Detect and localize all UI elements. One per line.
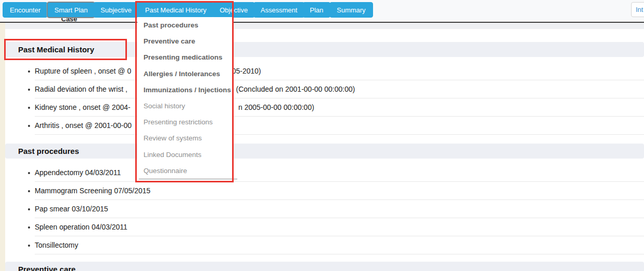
section-list: Rupture of spleen , onset @ 0-05-2010)Ra… <box>5 62 644 135</box>
dropdown-item-preventive-care[interactable]: Preventive care <box>137 33 233 49</box>
section-header-bar: Preventive care <box>5 262 644 271</box>
list-item-text: Radial deviation of the wrist , <box>35 85 127 93</box>
dropdown-item-linked-documents[interactable]: Linked Documents <box>137 147 233 163</box>
left-margin-strip <box>0 23 5 271</box>
section-header-bar: Past procedures <box>5 144 644 159</box>
dropdown-item-review-of-systems[interactable]: Review of systems <box>137 130 233 146</box>
toolbar-button-subjective[interactable]: Subjective <box>93 2 139 18</box>
list-item-text-after-occlusion: ) (Concluded on 2001-00-00 00:00:00) <box>232 80 355 98</box>
list-item: Mammogram Screening 07/05/2015 <box>35 182 644 200</box>
header-band <box>0 23 644 29</box>
section-title: Past procedures <box>18 147 79 155</box>
dropdown-menu-list: Past proceduresPreventive carePresenting… <box>137 17 233 179</box>
section-past-medical-history: Past Medical History Rupture of spleen ,… <box>5 42 644 135</box>
section-header-bar: Past Medical History <box>5 42 644 57</box>
dropdown-item-allergies-intolerances[interactable]: Allergies / Intolerances <box>137 66 233 82</box>
list-item-text-after-occlusion: -05-2010) <box>230 62 261 80</box>
encounter-screen: EncounterSmart PlanSubjectivePast Medica… <box>0 0 644 271</box>
list-item-text: Kidney stone , onset @ 2004- <box>35 103 131 111</box>
section-preventive-care: Preventive care <box>5 262 644 271</box>
list-item-text: Rupture of spleen , onset @ 0 <box>35 67 131 75</box>
list-item-text: Pap smear 03/10/2015 <box>35 205 108 213</box>
section-title: Past Medical History <box>18 45 94 54</box>
list-item-text-after-occlusion: n 2005-00-00 00:00:00) <box>238 98 314 116</box>
dropdown-item-social-history[interactable]: Social history <box>137 98 233 114</box>
dropdown-bottom-border <box>139 179 237 179</box>
toolbar-button-encounter[interactable]: Encounter <box>3 2 48 18</box>
clipped-section-label: Case <box>61 18 103 22</box>
toolbar-button-plan[interactable]: Plan <box>303 2 331 18</box>
dropdown-item-presenting-restrictions[interactable]: Presenting restrictions <box>137 114 233 130</box>
list-item: Kidney stone , onset @ 2004-n 2005-00-00… <box>35 98 644 117</box>
section-past-procedures: Past procedures Appendectomy 04/03/2011M… <box>5 144 644 254</box>
list-item: Radial deviation of the wrist , ) (Concl… <box>35 80 644 98</box>
toolbar-button-objective[interactable]: Objective <box>212 2 255 18</box>
list-item: Spleen operation 04/03/2011 <box>35 218 644 236</box>
list-item-text: Spleen operation 04/03/2011 <box>35 223 127 231</box>
list-item: Arthritis , onset @ 2001-00-00 <box>35 117 644 135</box>
list-item: Pap smear 03/10/2015 <box>35 200 644 218</box>
section-list: Appendectomy 04/03/2011Mammogram Screeni… <box>5 164 644 254</box>
dropdown-item-past-procedures[interactable]: Past procedures <box>137 17 233 33</box>
dropdown-item-immunizations-injections[interactable]: Immunizations / Injections <box>137 82 233 98</box>
list-item-text: Tonsillectomy <box>35 241 78 249</box>
past-medical-history-dropdown: Past proceduresPreventive carePresenting… <box>137 17 233 179</box>
interventions-button[interactable]: Int <box>631 2 644 17</box>
toolbar-button-past-medical-history[interactable]: Past Medical History <box>138 2 213 18</box>
list-item-text: Mammogram Screening 07/05/2015 <box>35 187 150 195</box>
list-item: Appendectomy 04/03/2011 <box>35 164 644 182</box>
list-item: Tonsillectomy <box>35 236 644 254</box>
toolbar-button-assessment[interactable]: Assessment <box>253 2 305 18</box>
list-item: Rupture of spleen , onset @ 0-05-2010) <box>35 62 644 80</box>
list-item-text: Appendectomy 04/03/2011 <box>35 168 121 177</box>
section-title: Preventive care <box>18 265 76 271</box>
list-item-text: Arthritis , onset @ 2001-00-00 <box>35 121 132 130</box>
dropdown-item-presenting-medications[interactable]: Presenting medications <box>137 49 233 65</box>
toolbar-button-smart-plan[interactable]: Smart Plan <box>47 2 95 18</box>
toolbar-button-summary[interactable]: Summary <box>330 2 373 18</box>
dropdown-item-questionnaire[interactable]: Questionnaire <box>137 163 233 179</box>
